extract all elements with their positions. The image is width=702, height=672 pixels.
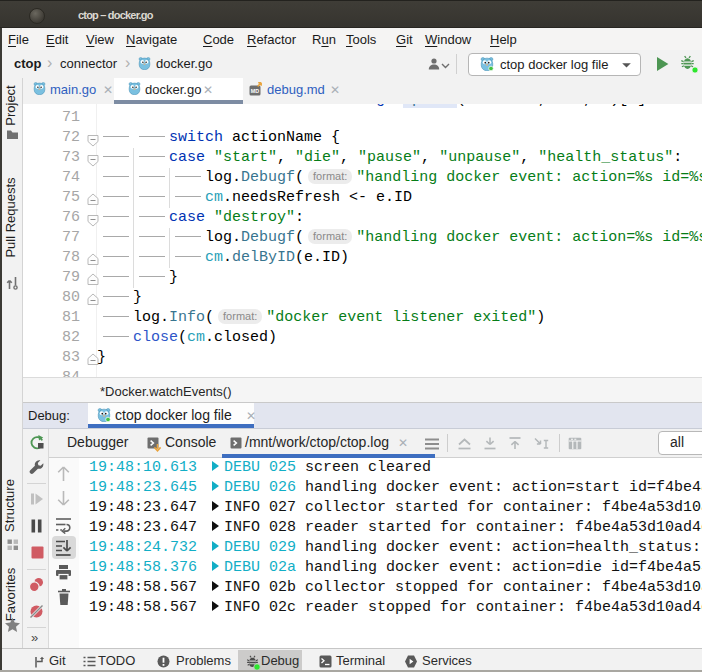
svg-text:MD: MD: [251, 88, 259, 94]
